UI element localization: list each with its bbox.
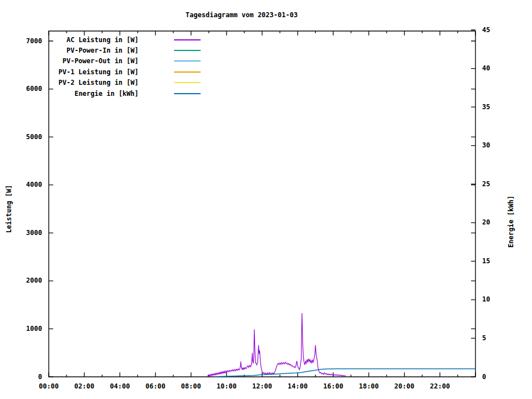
x-tick-label: 20:00: [385, 382, 424, 391]
data-series-group: [208, 313, 476, 377]
legend-line-sample: [174, 71, 201, 73]
legend-label: PV-Power-In in [W]: [49, 47, 139, 54]
daily-pv-chart: Tagesdiagramm vom 2023-01-03 Leistung [W…: [0, 0, 532, 399]
chart-title: Tagesdiagramm vom 2023-01-03: [0, 11, 483, 19]
x-tick-label: 04:00: [100, 382, 139, 391]
energy-line: [214, 369, 475, 376]
x-tick-label: 12:00: [243, 382, 282, 391]
legend-line-sample: [174, 50, 201, 51]
legend-line-sample: [174, 39, 201, 40]
y-tick-label: 6000: [0, 85, 42, 93]
x-tick-label: 22:00: [421, 382, 459, 391]
legend-item: PV-Power-In in [W]: [49, 46, 201, 54]
legend-item: PV-2 Leistung in [W]: [49, 79, 201, 87]
x-tick-label: 00:00: [29, 382, 68, 391]
x-tick-label: 06:00: [136, 382, 175, 391]
y2-tick-label: 0: [482, 373, 515, 381]
legend-label: AC Leistung in [W]: [49, 36, 139, 44]
ac-power-line: [208, 313, 346, 376]
y2-tick-label: 35: [482, 103, 515, 111]
x-tick-label: 18:00: [350, 382, 388, 391]
y2-tick-label: 40: [482, 64, 515, 73]
y2-tick-label: 30: [482, 141, 515, 150]
y2-tick-label: 25: [482, 180, 515, 188]
legend-line-sample: [174, 93, 201, 94]
x-tick-label: 16:00: [314, 382, 352, 391]
y2-tick-label: 15: [482, 257, 515, 265]
legend-item: Energie in [kWh]: [49, 89, 201, 98]
legend-item: PV-1 Leistung in [W]: [49, 68, 201, 76]
legend-line-sample: [174, 82, 201, 83]
legend-label: PV-1 Leistung in [W]: [49, 68, 139, 76]
y-tick-label: 5000: [0, 133, 42, 141]
y2-tick-label: 45: [482, 26, 515, 34]
x-tick-label: 02:00: [65, 382, 104, 391]
x-tick-label: 10:00: [207, 382, 246, 391]
y-axis-title: Leistung [W]: [5, 154, 13, 264]
x-tick-label: 14:00: [278, 382, 317, 391]
y2-tick-label: 10: [482, 295, 515, 304]
legend-label: PV-Power-Out in [W]: [49, 57, 139, 65]
x-tick-label: 08:00: [172, 382, 211, 391]
y-tick-label: 2000: [0, 277, 42, 285]
legend-line-sample: [174, 60, 201, 62]
legend-item: PV-Power-Out in [W]: [49, 57, 201, 65]
legend-label: Energie in [kWh]: [49, 90, 139, 98]
y-tick-label: 3000: [0, 229, 42, 237]
y-tick-label: 7000: [0, 37, 42, 45]
y-tick-label: 4000: [0, 181, 42, 189]
y2-tick-label: 5: [482, 334, 515, 342]
y-tick-label: 1000: [0, 325, 42, 333]
legend-label: PV-2 Leistung in [W]: [49, 79, 139, 86]
legend-item: AC Leistung in [W]: [49, 35, 201, 44]
y2-tick-label: 20: [482, 218, 515, 227]
y-tick-label: 0: [0, 373, 42, 381]
